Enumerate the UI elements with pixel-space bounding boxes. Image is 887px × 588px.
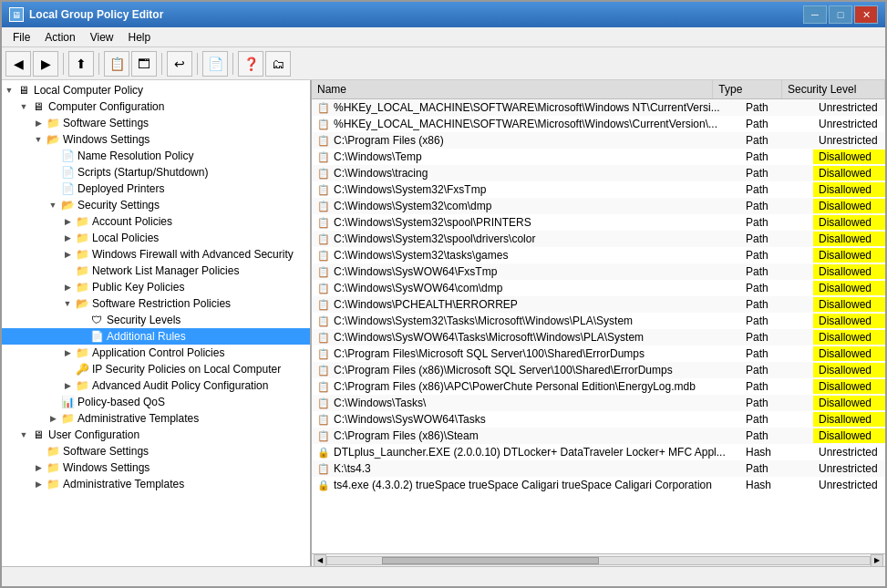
tree-item-user-config[interactable]: ▼🖥User Configuration <box>2 427 310 443</box>
menu-item-view[interactable]: View <box>83 29 121 46</box>
menu-item-action[interactable]: Action <box>37 29 82 46</box>
refresh-button[interactable]: ↩ <box>167 51 192 77</box>
tree-item-user-windows[interactable]: ▶📁Windows Settings <box>2 459 310 476</box>
menu-item-file[interactable]: File <box>5 29 37 46</box>
tree-expander-user-windows[interactable]: ▶ <box>31 460 46 475</box>
tree-expander-windows-settings[interactable]: ▼ <box>31 132 46 147</box>
list-row[interactable]: 📋%HKEy_LOCAL_MACHINE\SOFTWARE\Microsoft\… <box>312 99 885 116</box>
list-row[interactable]: 📋C:\Windows\System32\spool\PRINTERSPathD… <box>312 214 885 231</box>
tree-item-user-software[interactable]: 📁Software Settings <box>2 443 310 459</box>
tree-item-software-settings[interactable]: ▶📁Software Settings <box>2 115 310 131</box>
list-row[interactable]: 📋C:\Windows\tracingPathDisallowed <box>312 165 885 181</box>
up-button[interactable]: ⬆ <box>68 51 94 77</box>
tree-item-account-policies[interactable]: ▶📁Account Policies <box>2 213 310 230</box>
tree-item-local-policies[interactable]: ▶📁Local Policies <box>2 230 310 246</box>
list-row[interactable]: 📋C:\Windows\System32\Tasks\Microsoft\Win… <box>312 313 885 329</box>
new-window-button[interactable]: 🗔 <box>131 51 157 77</box>
tree-item-security-settings[interactable]: ▼📂Security Settings <box>2 197 310 213</box>
tree-item-software-restriction[interactable]: ▼📂Software Restriction Policies <box>2 295 310 312</box>
tree-item-security-levels[interactable]: 🛡Security Levels <box>2 312 310 328</box>
tree-expander-software-settings[interactable]: ▶ <box>31 116 46 130</box>
list-row[interactable]: 📋%HKEy_LOCAL_MACHINE\SOFTWARE\Microsoft\… <box>312 116 885 132</box>
maximize-button[interactable]: □ <box>829 5 852 24</box>
tree-expander-advanced-audit[interactable]: ▶ <box>60 378 75 393</box>
tree-item-deployed-printers[interactable]: 📄Deployed Printers <box>2 181 310 197</box>
horizontal-scrollbar[interactable]: ◀ ▶ <box>312 553 885 566</box>
tree-expander-name-resolution <box>46 149 60 163</box>
cell-name-text-0: %HKEy_LOCAL_MACHINE\SOFTWARE\Microsoft\W… <box>334 101 720 114</box>
list-row[interactable]: 📋C:\Program Files\Microsoft SQL Server\1… <box>312 346 885 362</box>
list-row[interactable]: 📋C:\Program Files (x86)\Microsoft SQL Se… <box>312 362 885 378</box>
minimize-button[interactable]: ─ <box>803 5 827 24</box>
tree-item-name-resolution[interactable]: 📄Name Resolution Policy <box>2 148 310 164</box>
list-row[interactable]: 🔒ts4.exe (4.3.0.2) trueSpace trueSpace C… <box>312 477 885 493</box>
forward-button[interactable]: ▶ <box>33 51 58 77</box>
row-icon-1: 📋 <box>317 118 330 130</box>
tree-item-ip-security[interactable]: 🔑IP Security Policies on Local Computer <box>2 361 310 377</box>
tree-expander-computer-config[interactable]: ▼ <box>16 99 31 114</box>
tree-panel[interactable]: ▼🖥Local Computer Policy▼🖥Computer Config… <box>2 80 312 566</box>
tree-item-additional-rules[interactable]: 📄Additional Rules <box>2 328 310 345</box>
tree-item-windows-settings[interactable]: ▼📂Windows Settings <box>2 131 310 148</box>
tree-expander-software-restriction[interactable]: ▼ <box>60 296 75 311</box>
col-header-type[interactable]: Type <box>713 80 782 98</box>
tree-item-public-key[interactable]: ▶📁Public Key Policies <box>2 279 310 295</box>
col-header-name[interactable]: Name <box>312 80 713 98</box>
list-row[interactable]: 📋C:\Windows\SysWOW64\com\dmpPathDisallow… <box>312 280 885 296</box>
tree-item-scripts[interactable]: 📄Scripts (Startup/Shutdown) <box>2 164 310 181</box>
list-row[interactable]: 📋K:\ts4.3PathUnrestricted <box>312 460 885 477</box>
list-row[interactable]: 📋C:\Windows\System32\spool\drivers\color… <box>312 231 885 247</box>
list-row[interactable]: 📋C:\Windows\TempPathDisallowed <box>312 149 885 165</box>
list-row[interactable]: 🔒DTLplus_Launcher.EXE (2.0.0.10) DTLocke… <box>312 444 885 460</box>
tree-expander-user-config[interactable]: ▼ <box>16 428 31 442</box>
tree-item-network-list[interactable]: 📁Network List Manager Policies <box>2 263 310 279</box>
show-hide-button[interactable]: 📋 <box>104 51 129 77</box>
tree-expander-local-policies[interactable]: ▶ <box>60 231 75 245</box>
list-row[interactable]: 📋C:\Windows\PCHEALTH\ERRORREPPathDisallo… <box>312 296 885 313</box>
tree-expander-application-control[interactable]: ▶ <box>60 346 75 360</box>
tree-item-user-admin[interactable]: ▶📁Administrative Templates <box>2 476 310 492</box>
row-icon-8: 📋 <box>317 232 330 245</box>
list-row[interactable]: 📋C:\Program Files (x86)\SteamPathDisallo… <box>312 428 885 444</box>
list-body[interactable]: 📋%HKEy_LOCAL_MACHINE\SOFTWARE\Microsoft\… <box>312 99 885 553</box>
tree-expander-public-key[interactable]: ▶ <box>60 280 75 294</box>
scroll-thumb[interactable] <box>382 557 599 564</box>
list-row[interactable]: 📋C:\Windows\System32\FxsTmpPathDisallowe… <box>312 181 885 198</box>
list-row[interactable]: 📋C:\Windows\System32\tasks\gamesPathDisa… <box>312 247 885 263</box>
tree-expander-user-admin[interactable]: ▶ <box>31 477 46 491</box>
views-button[interactable]: 🗂 <box>265 51 291 77</box>
cell-name-3: 📋C:\Windows\Temp <box>312 150 740 164</box>
help-button[interactable]: ❓ <box>238 51 263 77</box>
list-row[interactable]: 📋C:\Windows\System32\com\dmpPathDisallow… <box>312 198 885 214</box>
list-row[interactable]: 📋C:\Windows\SysWOW64\Tasks\Microsoft\Win… <box>312 329 885 346</box>
close-button[interactable]: ✕ <box>854 5 878 24</box>
tree-expander-account-policies[interactable]: ▶ <box>60 214 75 229</box>
scroll-track[interactable] <box>326 556 871 565</box>
cell-security-19: Disallowed <box>813 412 885 427</box>
tree-item-advanced-audit[interactable]: ▶📁Advanced Audit Policy Configuration <box>2 377 310 394</box>
tree-item-application-control[interactable]: ▶📁Application Control Policies <box>2 345 310 361</box>
menu-item-help[interactable]: Help <box>121 29 159 46</box>
tree-item-computer-config[interactable]: ▼🖥Computer Configuration <box>2 98 310 115</box>
tree-expander-windows-firewall[interactable]: ▶ <box>60 247 75 262</box>
tree-label-user-software: Software Settings <box>63 445 149 458</box>
tree-item-windows-firewall[interactable]: ▶📁Windows Firewall with Advanced Securit… <box>2 246 310 263</box>
tree-expander-admin-templates[interactable]: ▶ <box>46 411 60 426</box>
tree-expander-security-settings[interactable]: ▼ <box>46 198 60 212</box>
row-icon-14: 📋 <box>317 331 330 344</box>
list-row[interactable]: 📋C:\Windows\SysWOW64\FxsTmpPathDisallowe… <box>312 263 885 280</box>
scroll-left-arrow[interactable]: ◀ <box>314 554 326 567</box>
row-icon-3: 📋 <box>317 150 330 163</box>
list-row[interactable]: 📋C:\Windows\SysWOW64\TasksPathDisallowed <box>312 411 885 428</box>
scroll-right-arrow[interactable]: ▶ <box>871 554 883 567</box>
list-row[interactable]: 📋C:\Program Files (x86)PathUnrestricted <box>312 132 885 149</box>
tree-expander-local-policy[interactable]: ▼ <box>2 83 16 98</box>
list-row[interactable]: 📋C:\Program Files (x86)\APC\PowerChute P… <box>312 378 885 395</box>
export-button[interactable]: 📄 <box>202 51 228 77</box>
back-button[interactable]: ◀ <box>5 51 31 77</box>
tree-item-local-policy[interactable]: ▼🖥Local Computer Policy <box>2 82 310 98</box>
tree-item-admin-templates[interactable]: ▶📁Administrative Templates <box>2 410 310 427</box>
tree-item-policy-qos[interactable]: 📊Policy-based QoS <box>2 394 310 410</box>
list-row[interactable]: 📋C:\Windows\Tasks\PathDisallowed <box>312 395 885 411</box>
col-header-security[interactable]: Security Level <box>782 80 885 98</box>
